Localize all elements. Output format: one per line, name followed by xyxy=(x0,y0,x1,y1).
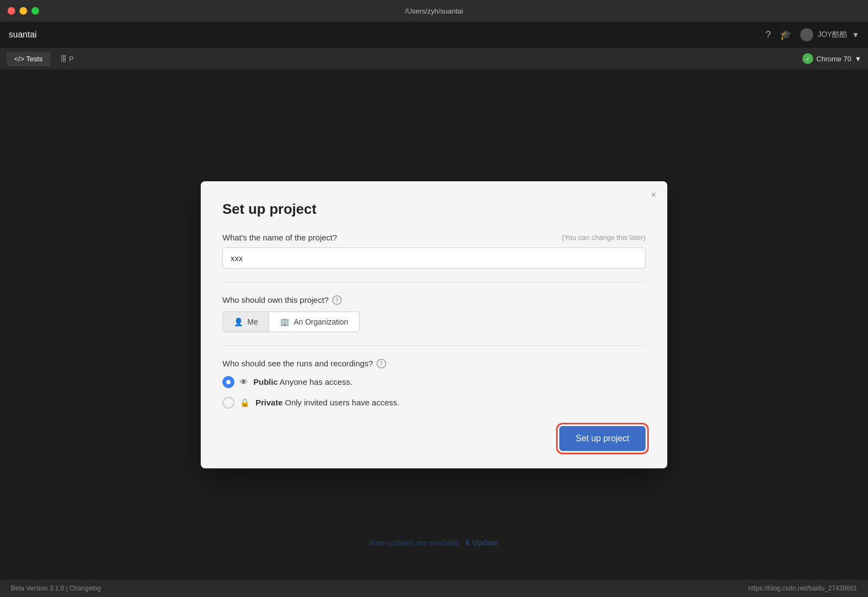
owner-me-button[interactable]: 👤 Me xyxy=(222,312,269,332)
chrome-badge-chevron: ▼ xyxy=(854,55,861,63)
visibility-private-option[interactable]: 🔒 Private Only invited users have access… xyxy=(222,397,646,409)
main-area: New updates are available ⬇ Update ↑ Set… xyxy=(0,69,868,580)
graduate-icon[interactable]: 🎓 xyxy=(780,29,792,41)
visibility-public-text: Public Anyone has access. xyxy=(253,377,353,386)
user-name: JOY酷酷 xyxy=(818,30,847,40)
app-logo: suantai xyxy=(9,30,37,40)
modal-title: Set up project xyxy=(222,201,646,218)
project-name-input[interactable] xyxy=(222,247,646,269)
modal-close-button[interactable]: × xyxy=(650,190,656,200)
divider-2 xyxy=(222,345,646,346)
visibility-section: Who should see the runs and recordings? … xyxy=(222,359,646,409)
owner-options: 👤 Me 🏢 An Organization xyxy=(222,312,646,332)
window-title: /Users/zyh/suantai xyxy=(405,7,463,15)
setup-project-modal: × Set up project What's the name of the … xyxy=(201,181,667,468)
lock-icon: 🔒 xyxy=(240,398,250,408)
tab-bar: </> Tests 🗄 P ✓ Chrome 70 ▼ xyxy=(0,48,868,69)
minimize-traffic-light[interactable] xyxy=(20,7,27,15)
visibility-public-option[interactable]: 👁 Public Anyone has access. xyxy=(222,376,646,388)
radio-private[interactable] xyxy=(222,397,234,409)
owner-me-label: Me xyxy=(247,317,258,326)
divider-1 xyxy=(222,282,646,282)
radio-public-inner xyxy=(226,380,231,384)
tab-tests[interactable]: </> Tests xyxy=(7,52,50,66)
chrome-badge[interactable]: ✓ Chrome 70 ▼ xyxy=(802,53,861,64)
title-bar: /Users/zyh/suantai xyxy=(0,0,868,22)
user-avatar xyxy=(800,28,813,41)
setup-project-button[interactable]: Set up project xyxy=(559,426,646,451)
owner-help-icon[interactable]: ? xyxy=(332,295,342,305)
traffic-lights xyxy=(8,7,39,15)
project-name-label: What's the name of the project? xyxy=(222,233,337,242)
project-name-section: What's the name of the project? (You can… xyxy=(222,233,646,269)
person-icon: 👤 xyxy=(234,317,243,326)
visibility-options: 👁 Public Anyone has access. 🔒 Private On… xyxy=(222,376,646,409)
project-name-hint: (You can change this later) xyxy=(562,233,646,242)
owner-org-label: An Organization xyxy=(293,317,348,326)
app-header: suantai ? 🎓 JOY酷酷 ▼ xyxy=(0,22,868,48)
visibility-private-text: Private Only invited users have access. xyxy=(256,398,399,407)
chrome-badge-label: Chrome 70 xyxy=(816,55,851,63)
user-chevron-icon: ▼ xyxy=(852,30,859,39)
close-traffic-light[interactable] xyxy=(8,7,15,15)
visibility-help-icon[interactable]: ? xyxy=(376,359,386,369)
status-bar-left: Beta Version 3.1.0 | Changelog xyxy=(11,585,101,592)
modal-overlay: × Set up project What's the name of the … xyxy=(0,69,868,580)
org-icon: 🏢 xyxy=(280,317,289,326)
visibility-label: Who should see the runs and recordings? xyxy=(222,359,373,368)
radio-public[interactable] xyxy=(222,376,234,388)
user-menu[interactable]: JOY酷酷 ▼ xyxy=(800,28,859,41)
owner-label: Who should own this project? xyxy=(222,295,329,304)
modal-footer: Set up project xyxy=(222,426,646,451)
eye-icon: 👁 xyxy=(240,377,248,386)
project-name-label-row: What's the name of the project? (You can… xyxy=(222,233,646,242)
tab-db[interactable]: 🗄 P xyxy=(53,52,81,66)
help-icon[interactable]: ? xyxy=(765,29,771,41)
header-right: ? 🎓 JOY酷酷 ▼ xyxy=(765,28,859,41)
status-bar: Beta Version 3.1.0 | Changelog https://b… xyxy=(0,580,868,597)
maximize-traffic-light[interactable] xyxy=(31,7,39,15)
chrome-shield-icon: ✓ xyxy=(802,53,813,64)
owner-section: Who should own this project? ? 👤 Me 🏢 An… xyxy=(222,295,646,332)
status-bar-right: https://blog.csdn.net/baidu_27438681 xyxy=(749,585,857,592)
owner-org-button[interactable]: 🏢 An Organization xyxy=(269,312,359,332)
